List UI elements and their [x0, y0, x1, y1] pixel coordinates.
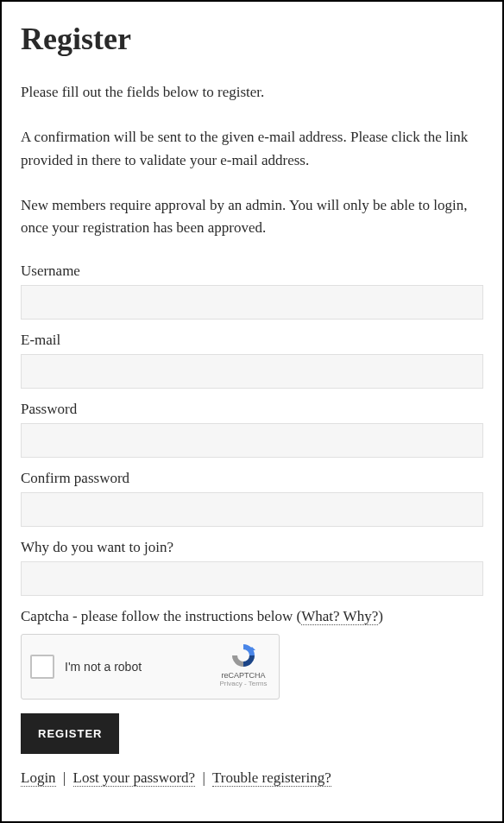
field-why-join: Why do you want to join? [21, 539, 483, 596]
intro-text: Please fill out the fields below to regi… [21, 81, 483, 240]
intro-p2: A confirmation will be sent to the given… [21, 126, 483, 172]
register-page: Register Please fill out the fields belo… [0, 0, 504, 823]
recaptcha-widget: I'm not a robot reCAPTCHA Privacy - Term… [21, 634, 280, 700]
captcha-help-link[interactable]: What? Why? [301, 608, 378, 625]
input-password[interactable] [21, 423, 483, 458]
login-link[interactable]: Login [21, 769, 56, 787]
field-confirm-password: Confirm password [21, 470, 483, 527]
label-confirm-password: Confirm password [21, 470, 483, 487]
field-username: Username [21, 263, 483, 320]
footer-links: Login | Lost your password? | Trouble re… [21, 769, 483, 787]
label-password: Password [21, 401, 483, 418]
recaptcha-logo: reCAPTCHA Privacy - Terms [217, 642, 270, 687]
separator: | [198, 769, 209, 786]
register-button[interactable]: REGISTER [21, 713, 119, 754]
field-password: Password [21, 401, 483, 458]
captcha-label-prefix: Captcha - please follow the instructions… [21, 608, 301, 624]
lost-password-link[interactable]: Lost your password? [73, 769, 196, 787]
intro-p3: New members require approval by an admin… [21, 194, 483, 240]
recaptcha-brand: reCAPTCHA [217, 671, 270, 680]
recaptcha-checkbox[interactable] [30, 655, 54, 679]
trouble-registering-link[interactable]: Trouble registering? [212, 769, 331, 787]
recaptcha-icon [230, 642, 257, 669]
page-title: Register [21, 21, 483, 57]
separator: | [60, 769, 70, 786]
intro-p1: Please fill out the fields below to regi… [21, 81, 483, 104]
input-confirm-password[interactable] [21, 492, 483, 527]
input-username[interactable] [21, 285, 483, 320]
label-username: Username [21, 263, 483, 280]
input-why-join[interactable] [21, 561, 483, 596]
label-why-join: Why do you want to join? [21, 539, 483, 556]
label-email: E-mail [21, 332, 483, 349]
field-email: E-mail [21, 332, 483, 389]
recaptcha-text: I'm not a robot [65, 660, 142, 674]
captcha-label: Captcha - please follow the instructions… [21, 608, 483, 625]
captcha-label-suffix: ) [378, 608, 383, 624]
recaptcha-terms[interactable]: Privacy - Terms [217, 680, 270, 687]
input-email[interactable] [21, 354, 483, 389]
